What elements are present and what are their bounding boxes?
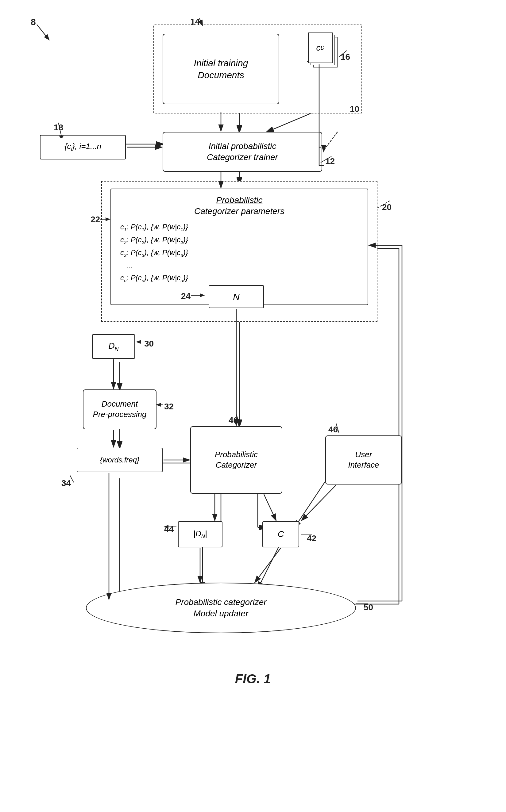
ref44-arrow xyxy=(163,523,181,532)
svg-line-40 xyxy=(236,414,239,424)
C-box: C xyxy=(262,521,299,547)
ref24-arrow xyxy=(180,291,211,303)
svg-line-61 xyxy=(301,485,336,521)
prob-categorizer-label: ProbabilisticCategorizer xyxy=(215,449,258,471)
words-freq-box: {words,freq} xyxy=(77,448,163,472)
user-interface-box: UserInterface xyxy=(325,435,402,485)
ref14-arrow xyxy=(190,17,209,29)
svg-marker-29 xyxy=(59,136,64,138)
ref46-arrow xyxy=(327,422,345,437)
prob-params-cn: cn: P(cn), {w, P(w|cn)} xyxy=(120,273,188,283)
svg-line-26 xyxy=(339,50,347,57)
complex-arrows-svg xyxy=(0,0,506,812)
DN-label: DN xyxy=(108,340,118,352)
ref22-arrow xyxy=(89,215,113,227)
ref18-arrow xyxy=(52,121,68,138)
diagram-container: 8 14 Initial trainingDocuments cD 16 Ini… xyxy=(0,0,506,812)
svg-line-60 xyxy=(264,494,276,521)
ref42-arrow xyxy=(300,530,315,540)
svg-line-30 xyxy=(377,201,390,208)
N-box: N xyxy=(209,285,264,308)
svg-line-27 xyxy=(321,157,331,163)
initial-training-box: Initial trainingDocuments xyxy=(163,34,279,104)
arrows-svg xyxy=(0,0,506,812)
prob-params-c1: c1: P(c1), {w, P(w|c1)} xyxy=(120,222,188,232)
svg-line-41 xyxy=(336,423,339,433)
svg-line-63 xyxy=(255,548,281,583)
ref8-arrow xyxy=(24,21,55,46)
svg-line-39 xyxy=(70,475,74,482)
ref30-arrow xyxy=(135,337,150,349)
ref32-arrow xyxy=(155,401,170,410)
doc-preprocessing-label: DocumentPre-processing xyxy=(93,399,147,420)
initial-prob-trainer-box: Initial probabilisticCategorizer trainer xyxy=(163,132,322,172)
ref20-arrow xyxy=(374,196,393,212)
categories-box: {ci}, i=1...n xyxy=(40,135,126,160)
svg-line-52 xyxy=(324,132,338,150)
ref12-arrow xyxy=(319,150,338,166)
prob-params-c2: c2: P(c2), {w, P(w|c2)} xyxy=(120,235,188,245)
prob-model-updater-box: Probabilistic categorizerModel updater xyxy=(86,583,356,633)
DN-abs-box: |DN| xyxy=(178,521,223,547)
prob-params-dots: ... xyxy=(126,261,133,271)
prob-params-c3: c3: P(c3), {w, P(w|c3)} xyxy=(120,248,188,258)
C-label: C xyxy=(278,529,284,540)
svg-line-17 xyxy=(258,546,279,589)
prob-categorizer-box: ProbabilisticCategorizer xyxy=(190,426,282,494)
doc-preprocessing-box: DocumentPre-processing xyxy=(83,389,157,429)
initial-prob-trainer-label: Initial probabilisticCategorizer trainer xyxy=(207,141,278,163)
ref10-label: 10 xyxy=(350,104,359,114)
ref16-arrow xyxy=(338,47,353,60)
N-label: N xyxy=(233,291,240,303)
DN-abs-label: |DN| xyxy=(193,529,207,540)
prob-params-title: ProbabilisticCategorizer parameters xyxy=(120,195,358,217)
ref40-arrow xyxy=(227,412,246,428)
svg-line-22 xyxy=(37,24,49,40)
fig-caption-label: FIG. 1 xyxy=(235,672,271,686)
fig-caption: FIG. 1 xyxy=(176,672,330,686)
svg-line-28 xyxy=(58,123,61,136)
words-freq-label: {words,freq} xyxy=(100,455,139,465)
svg-line-24 xyxy=(199,18,202,25)
ref50-arrow xyxy=(354,600,373,609)
ref34-arrow xyxy=(61,474,79,486)
initial-training-label: Initial trainingDocuments xyxy=(194,57,248,81)
user-interface-label: UserInterface xyxy=(348,449,379,471)
DN-box: DN xyxy=(92,334,135,359)
categories-label: {ci}, i=1...n xyxy=(65,141,101,153)
prob-model-updater-label: Probabilistic categorizerModel updater xyxy=(175,597,266,619)
